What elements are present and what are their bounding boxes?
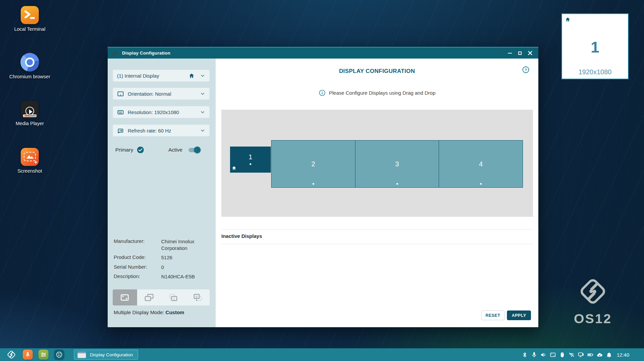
apply-button[interactable]: APPLY (507, 310, 531, 320)
primary-label: Primary (115, 147, 133, 153)
refresh-rate-value: Refresh rate: 60 Hz (128, 128, 200, 133)
reset-button[interactable]: RESET (481, 310, 505, 320)
info-icon (319, 89, 326, 96)
desktop-icon-label: Chromium browser (8, 74, 51, 79)
screen-icon[interactable] (550, 352, 556, 358)
inactive-displays-heading: Inactive Displays (221, 233, 262, 239)
single-display-mode-button[interactable]: 1 (161, 289, 186, 305)
display-mode-segmented-control: 1 E (113, 289, 210, 305)
battery-icon[interactable] (587, 352, 594, 358)
display-box-1[interactable]: 1 (230, 147, 271, 173)
display-dot (250, 163, 251, 165)
resolution-icon (117, 109, 124, 116)
screenshot-icon: + (21, 148, 39, 166)
info-row-serial-number: Serial Number: 0 (114, 264, 211, 271)
os-menu-button[interactable] (6, 349, 17, 360)
chevron-down-icon (200, 109, 205, 115)
chevron-down-icon (200, 91, 205, 96)
refresh-rate-icon (117, 127, 124, 134)
app-grid-icon (56, 351, 63, 358)
svg-text:1: 1 (174, 297, 175, 300)
maximize-button[interactable] (515, 49, 525, 58)
mode-label: Multiple Display Mode: (114, 309, 166, 315)
display-connect-icon[interactable] (578, 352, 584, 358)
close-button[interactable] (525, 49, 535, 58)
single-display-icon: 1 (168, 292, 178, 302)
orientation-value: Orientation: Normal (128, 91, 200, 97)
display-box-3[interactable]: 3 (355, 141, 439, 187)
desktop-icon-local-terminal[interactable]: Local Terminal (8, 6, 51, 32)
extend-mode-icon: E (193, 292, 203, 302)
display-number: 3 (355, 160, 439, 168)
home-icon (232, 166, 236, 170)
rocket-icon (24, 351, 31, 358)
app-grid-button[interactable] (54, 350, 64, 360)
cloud-sync-icon[interactable] (597, 352, 603, 358)
close-icon (528, 51, 532, 55)
display-dot (480, 183, 482, 185)
active-toggle[interactable] (188, 147, 201, 153)
desktop-icon-chromium[interactable]: Chromium browser (8, 53, 51, 79)
desktop: Local Terminal Chromium browser Media Pl… (0, 0, 644, 361)
chromium-icon (20, 53, 39, 72)
window-titlebar[interactable]: Display Configuration (108, 48, 538, 59)
chevron-down-icon (200, 128, 205, 133)
mouse-icon[interactable] (559, 352, 565, 358)
task-button-display-configuration[interactable]: Display Configuration (74, 350, 138, 360)
microphone-icon[interactable] (531, 352, 537, 358)
sliders-icon (40, 351, 47, 358)
hint-text: Please Configure Displays using Drag and… (329, 90, 436, 96)
terminal-icon (21, 6, 39, 24)
custom-mode-button[interactable] (113, 289, 137, 305)
multiple-display-mode-text: Multiple Display Mode: Custom (114, 309, 184, 315)
display-box-4[interactable]: 4 (439, 141, 523, 187)
desktop-icon-media-player[interactable]: Media Player (8, 101, 51, 126)
window-app-icon (112, 50, 118, 56)
display-box-2[interactable]: 2 (272, 141, 355, 187)
desktop-icon-label: Local Terminal (8, 26, 51, 32)
display-number: 1 (230, 153, 271, 161)
home-icon (565, 17, 570, 22)
display-box-row: 2 3 4 (271, 140, 523, 188)
display-arrangement-canvas[interactable]: 1 2 3 4 (221, 110, 533, 217)
clock[interactable]: 12:40 (617, 352, 629, 358)
active-label: Active (168, 147, 182, 153)
settings-app-button[interactable] (38, 350, 48, 360)
bluetooth-icon[interactable] (522, 352, 528, 358)
wifi-off-icon[interactable] (568, 352, 575, 358)
primary-checked-icon[interactable] (137, 146, 144, 154)
custom-mode-icon (120, 292, 130, 302)
display-select-dropdown[interactable]: (1) Internal Display (113, 70, 210, 82)
desktop-icon-screenshot[interactable]: + Screenshot (8, 148, 51, 174)
help-icon[interactable]: ? (522, 66, 530, 74)
info-value: Chimei Innolux Corporation (161, 238, 211, 252)
os-wordmark: OS12 (567, 312, 618, 326)
page-title: DISPLAY CONFIGURATION (216, 68, 538, 75)
info-value: 5126 (161, 254, 211, 261)
desktop-icon-label: Screenshot (8, 168, 51, 174)
orientation-icon (117, 90, 124, 97)
resolution-dropdown[interactable]: Resolution: 1920x1080 (113, 106, 210, 118)
resolution-value: Resolution: 1920x1080 (128, 109, 200, 115)
info-label: Product Code: (114, 254, 161, 261)
media-player-icon (21, 101, 38, 118)
window-title: Display Configuration (122, 51, 505, 56)
extend-mode-button[interactable]: E (186, 289, 210, 305)
os-watermark: OS12 (568, 274, 617, 326)
clone-mode-button[interactable] (137, 289, 162, 305)
display-dot (312, 183, 314, 185)
minimize-button[interactable] (505, 49, 515, 58)
orientation-dropdown[interactable]: Orientation: Normal (113, 88, 210, 100)
refresh-rate-dropdown[interactable]: Refresh rate: 60 Hz (113, 124, 210, 137)
task-button-label: Display Configuration (90, 352, 133, 357)
volume-icon[interactable] (540, 352, 547, 358)
rocket-app-button[interactable] (23, 350, 33, 360)
display-select-value: (1) Internal Display (117, 73, 189, 79)
notifications-icon[interactable] (606, 352, 612, 358)
display-indicator-widget: 1 1920x1080 (561, 13, 629, 79)
info-value: 0 (161, 264, 211, 271)
display-number: 4 (439, 160, 523, 168)
mode-value: Custom (166, 309, 184, 315)
display-number: 2 (272, 160, 355, 168)
divider (221, 229, 533, 230)
